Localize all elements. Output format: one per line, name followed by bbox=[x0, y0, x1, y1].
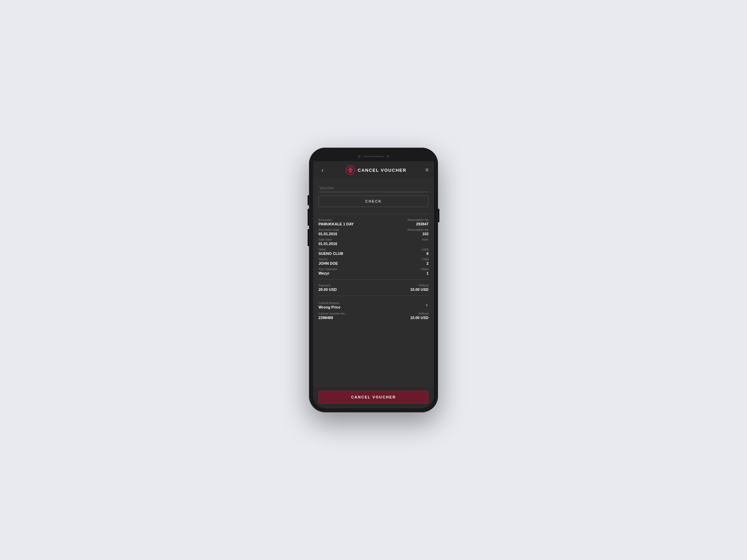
app-header: ‹ CANCEL VOUCHER ≡ bbox=[313, 161, 434, 179]
excursion-date-row: Excursion Date 01.01.2016 Reservation No… bbox=[318, 228, 429, 236]
payment-cell: Payment 29.00 USD bbox=[318, 284, 337, 292]
hotel-label: Hotel bbox=[318, 248, 343, 251]
tour-operator-label: Tour Operator bbox=[318, 267, 338, 271]
reservation-no-label: Reservation No bbox=[407, 218, 429, 222]
hotel-cell: Hotel SUENO CLUB bbox=[318, 248, 343, 256]
excursion-date-label: Excursion Date bbox=[318, 228, 339, 231]
infant-label: Infant bbox=[421, 267, 429, 271]
cancel-voucher-no-value: 2398489 bbox=[318, 316, 346, 320]
speaker-icon bbox=[363, 156, 384, 157]
voucher-input[interactable] bbox=[318, 184, 429, 192]
back-button[interactable]: ‹ bbox=[318, 167, 327, 174]
excursion-date-value: 01.01.2016 bbox=[318, 232, 339, 236]
divider-3 bbox=[318, 296, 429, 296]
sale-date-value: 01.01.2016 bbox=[318, 242, 337, 246]
voucher-section: CHECK bbox=[318, 184, 429, 210]
refund-value: 10.00 USD bbox=[410, 287, 429, 292]
divider-1 bbox=[318, 214, 429, 214]
status-bar bbox=[313, 152, 434, 161]
reservation-no2-cell: Reservation No 102 bbox=[407, 228, 429, 236]
excursion-cell: Excursion PAMUKKALE 1 DAY bbox=[318, 218, 354, 226]
child-value: 2 bbox=[421, 261, 429, 265]
cancel-reason-cell: Cancel Reason Wrong Price bbox=[318, 301, 341, 309]
excursion-label: Excursion bbox=[318, 218, 354, 222]
tour-operator-row: Tour Operator Wezyr Infant 1 bbox=[318, 267, 429, 275]
cancel-refund-label: Refund bbox=[410, 312, 429, 315]
adult-cell: Adult 8 bbox=[421, 248, 429, 256]
reservation-no2-value: 102 bbox=[407, 232, 429, 236]
cancel-refund-value: 10.00 USD bbox=[410, 316, 429, 320]
volume-up-button bbox=[308, 209, 309, 226]
page-title: CANCEL VOUCHER bbox=[358, 168, 407, 173]
reservation-no-cell: Reservation No 293847 bbox=[407, 218, 429, 226]
phone-screen: ‹ CANCEL VOUCHER ≡ CHECK bbox=[313, 152, 434, 408]
reservation-no2-label: Reservation No bbox=[407, 228, 429, 231]
volume-down-button bbox=[308, 229, 309, 246]
sale-date-label: Sale Date bbox=[318, 238, 337, 241]
cancel-voucher-button[interactable]: CANCEL VOUCHER bbox=[318, 391, 429, 404]
sale-date-row: Sale Date 01.01.2016 Note bbox=[318, 238, 429, 246]
excursion-info: Excursion PAMUKKALE 1 DAY Reservation No… bbox=[318, 218, 429, 275]
adult-value: 8 bbox=[421, 251, 429, 256]
excursion-row: Excursion PAMUKKALE 1 DAY Reservation No… bbox=[318, 218, 429, 226]
tour-operator-cell: Tour Operator Wezyr bbox=[318, 267, 338, 275]
note-label: Note bbox=[422, 238, 429, 241]
power-button bbox=[438, 209, 439, 222]
cancel-reason-value: Wrong Price bbox=[318, 305, 341, 309]
child-label: Child bbox=[421, 258, 429, 261]
camera-icon bbox=[358, 155, 361, 158]
hotel-row: Hotel SUENO CLUB Adult 8 bbox=[318, 248, 429, 256]
tour-operator-value: Wezyr bbox=[318, 271, 338, 275]
infant-value: 1 bbox=[421, 271, 429, 275]
phone-bottom: CANCEL VOUCHER bbox=[313, 387, 434, 408]
mute-button bbox=[308, 195, 309, 205]
divider-2 bbox=[318, 279, 429, 280]
payment-value: 29.00 USD bbox=[318, 287, 337, 292]
child-cell: Child 2 bbox=[421, 258, 429, 265]
cancel-voucher-no-label: Cancel Voucher No: bbox=[318, 312, 346, 315]
adult-label: Adult bbox=[421, 248, 429, 251]
app-logo bbox=[346, 165, 355, 175]
cancel-voucher-no-cell: Cancel Voucher No: 2398489 bbox=[318, 312, 346, 320]
tourist-row: Tourist JOHN DOE Child 2 bbox=[318, 258, 429, 265]
chevron-down-icon[interactable]: ▼ bbox=[425, 303, 429, 307]
sensor-icon bbox=[386, 155, 389, 158]
main-content: CHECK Excursion PAMUKKALE 1 DAY Reservat… bbox=[313, 179, 434, 387]
refund-label: Refund bbox=[410, 284, 429, 287]
infant-cell: Infant 1 bbox=[421, 267, 429, 275]
sale-date-cell: Sale Date 01.01.2016 bbox=[318, 238, 337, 246]
cancel-refund-cell: Refund 10.00 USD bbox=[410, 312, 429, 320]
cancel-reason-label: Cancel Reason bbox=[318, 301, 341, 305]
cancel-reason-row: Cancel Reason Wrong Price ▼ bbox=[318, 301, 429, 309]
tourist-label: Tourist bbox=[318, 258, 338, 261]
refund-cell: Refund 10.00 USD bbox=[410, 284, 429, 292]
cancel-reason-section: Cancel Reason Wrong Price ▼ Cancel Vouch… bbox=[318, 300, 429, 320]
payment-label: Payment bbox=[318, 284, 337, 287]
tourist-cell: Tourist JOHN DOE bbox=[318, 258, 338, 265]
check-button[interactable]: CHECK bbox=[318, 195, 429, 207]
excursion-date-cell: Excursion Date 01.01.2016 bbox=[318, 228, 339, 236]
phone-device: ‹ CANCEL VOUCHER ≡ CHECK bbox=[309, 148, 438, 412]
header-center: CANCEL VOUCHER bbox=[346, 165, 407, 175]
note-cell: Note bbox=[422, 238, 429, 242]
payment-row: Payment 29.00 USD Refund 10.00 USD bbox=[318, 284, 429, 292]
tourist-value: JOHN DOE bbox=[318, 261, 338, 265]
cancel-voucher-no-row: Cancel Voucher No: 2398489 Refund 10.00 … bbox=[318, 312, 429, 320]
hotel-value: SUENO CLUB bbox=[318, 251, 343, 256]
menu-button[interactable]: ≡ bbox=[425, 167, 429, 173]
excursion-value: PAMUKKALE 1 DAY bbox=[318, 222, 354, 226]
reservation-no-value: 293847 bbox=[407, 222, 429, 226]
